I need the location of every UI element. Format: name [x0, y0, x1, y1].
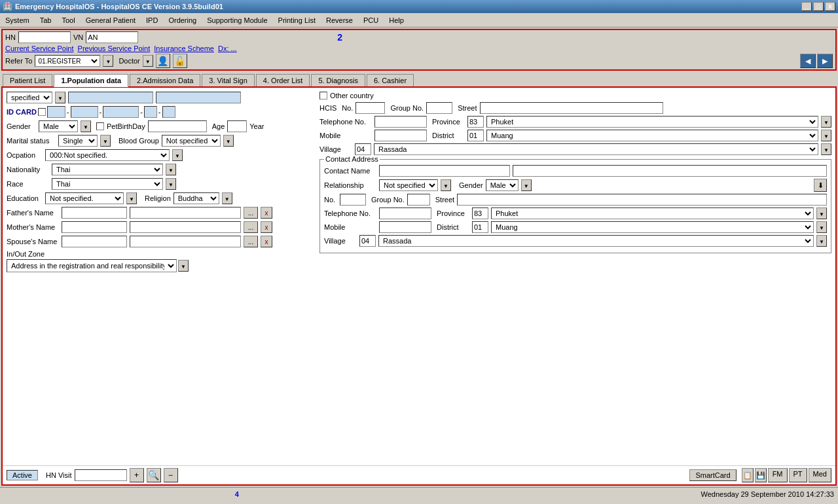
gender-dropdown-btn[interactable]: [81, 120, 91, 132]
tab-admission-data[interactable]: 2.Admission Data: [130, 74, 200, 87]
race-dropdown-btn[interactable]: [166, 178, 176, 190]
contact-name-input2[interactable]: [513, 165, 827, 177]
menu-tool[interactable]: Tool: [59, 16, 77, 25]
tab-cashier[interactable]: 6. Cashier: [367, 74, 414, 87]
hn-visit-input[interactable]: [75, 469, 127, 481]
contact-province-code[interactable]: [472, 207, 488, 219]
dx-link[interactable]: Dx: ...: [218, 45, 237, 52]
contact-no-input[interactable]: [340, 194, 366, 206]
blood-group-dropdown-btn[interactable]: [223, 135, 234, 147]
zoom-magnify-btn[interactable]: 🔍: [147, 468, 161, 482]
marital-select[interactable]: Single: [58, 135, 98, 147]
refer-to-dropdown-btn[interactable]: [103, 55, 113, 67]
hcis-group-no-input[interactable]: [426, 102, 452, 114]
province-code[interactable]: [467, 116, 484, 128]
tab-diagnosis[interactable]: 5. Diagnosis: [311, 74, 365, 87]
contact-group-no-input[interactable]: [407, 194, 430, 206]
contact-village-code[interactable]: [359, 235, 376, 247]
person-icon-btn[interactable]: 👤: [156, 54, 170, 68]
menu-general-patient[interactable]: General Patient: [83, 16, 138, 25]
contact-village-dropdown-btn[interactable]: [816, 235, 827, 247]
menu-reverse[interactable]: Reverse: [323, 16, 355, 25]
previous-service-point-link[interactable]: Previous Service Point: [78, 45, 151, 52]
tab-vital-sign[interactable]: 3. Vital Sign: [202, 74, 255, 87]
mobile-input[interactable]: [374, 130, 427, 141]
tab-order-list[interactable]: 4. Order List: [256, 74, 310, 87]
menu-help[interactable]: Help: [386, 16, 407, 25]
contact-name-input[interactable]: [379, 165, 510, 177]
fm-btn[interactable]: FM: [768, 468, 788, 482]
other-country-checkbox[interactable]: [319, 92, 327, 99]
contact-province-dropdown-btn[interactable]: [816, 207, 827, 219]
village-dropdown-btn[interactable]: [821, 143, 831, 155]
fathers-name-clear-btn[interactable]: x: [261, 207, 272, 219]
smartcard-btn[interactable]: SmartCard: [689, 469, 736, 481]
mothers-name-clear-btn[interactable]: x: [261, 221, 272, 233]
village-code[interactable]: [355, 143, 371, 155]
contact-gender-select[interactable]: MaleFemale: [486, 179, 519, 191]
mothers-name-prefix[interactable]: [62, 221, 127, 233]
occupation-dropdown-btn[interactable]: [172, 149, 183, 161]
vn-input[interactable]: [86, 31, 138, 43]
back-btn[interactable]: ◀: [800, 54, 816, 68]
inout-zone-dropdown-btn[interactable]: [178, 260, 189, 272]
menu-supporting-module[interactable]: Supporting Module: [204, 16, 270, 25]
relationship-dropdown-btn[interactable]: [441, 179, 451, 191]
district-dropdown-btn[interactable]: [821, 130, 831, 141]
spouses-name-prefix[interactable]: [62, 236, 127, 247]
birthday-input[interactable]: [148, 120, 207, 132]
spouses-name-clear-btn[interactable]: x: [261, 236, 272, 247]
doctor-dropdown-btn[interactable]: [143, 55, 153, 67]
current-service-point-link[interactable]: Current Service Point: [5, 45, 74, 52]
contact-district-select[interactable]: Muang: [491, 221, 814, 233]
med-btn[interactable]: Med: [809, 468, 831, 482]
name-field-2[interactable]: [156, 92, 241, 103]
zoom-minus-btn[interactable]: −: [164, 468, 178, 482]
education-select[interactable]: Not specified.: [45, 192, 124, 204]
mothers-name-value[interactable]: [130, 221, 241, 233]
idcard-seg3[interactable]: [103, 106, 139, 118]
contact-mobile-input[interactable]: [379, 221, 431, 233]
fathers-name-search-btn[interactable]: ...: [244, 207, 258, 219]
maximize-button[interactable]: □: [813, 2, 824, 11]
idcard-checkbox[interactable]: [38, 108, 46, 116]
gender-select[interactable]: MaleFemale: [39, 120, 78, 132]
occupation-select[interactable]: 000:Not specified.: [45, 149, 170, 161]
district-code[interactable]: [467, 130, 484, 141]
contact-village-select[interactable]: Rassada: [378, 235, 814, 247]
telephone-input[interactable]: [374, 116, 427, 128]
contact-province-select[interactable]: Phuket: [491, 207, 814, 219]
contact-street-input[interactable]: [457, 194, 827, 206]
idcard-seg1[interactable]: [47, 106, 65, 118]
icon-btn-1[interactable]: 📋: [742, 468, 754, 482]
contact-copy-down-btn[interactable]: ⬇: [814, 179, 827, 192]
refer-to-select[interactable]: 01.REGISTER: [35, 55, 100, 67]
fathers-name-value[interactable]: [130, 207, 241, 219]
idcard-seg4[interactable]: [144, 106, 157, 118]
tab-population-data[interactable]: 1.Population data: [54, 74, 128, 87]
menu-pcu[interactable]: PCU: [361, 16, 381, 25]
contact-telephone-input[interactable]: [379, 207, 431, 219]
menu-printing-list[interactable]: Printing List: [276, 16, 318, 25]
forward-btn[interactable]: ▶: [817, 54, 833, 68]
spouses-name-value[interactable]: [130, 236, 241, 247]
village-select[interactable]: Rassada: [374, 143, 818, 155]
lock-icon-btn[interactable]: 🔓: [173, 54, 187, 68]
tab-patient-list[interactable]: Patient List: [3, 74, 52, 87]
hcis-no-input[interactable]: [355, 102, 385, 114]
district-select[interactable]: Muang: [486, 130, 818, 141]
inout-zone-select[interactable]: Address in the registration and real res…: [7, 259, 177, 272]
nationality-dropdown-btn[interactable]: [166, 164, 176, 175]
blood-group-select[interactable]: Not specified.: [162, 135, 221, 147]
minimize-button[interactable]: _: [801, 2, 812, 11]
hcis-street-input[interactable]: [480, 102, 663, 114]
relationship-select[interactable]: Not specified.: [379, 179, 438, 191]
menu-tab[interactable]: Tab: [37, 16, 54, 25]
idcard-seg5[interactable]: [162, 106, 175, 118]
province-dropdown-btn[interactable]: [821, 116, 831, 128]
zoom-plus-btn[interactable]: +: [130, 468, 144, 482]
contact-gender-dropdown-btn[interactable]: [521, 179, 532, 191]
insurance-scheme-link[interactable]: Insurance Scheme: [154, 45, 214, 52]
religion-dropdown-btn[interactable]: [222, 192, 232, 204]
race-select[interactable]: Thai: [52, 178, 163, 190]
